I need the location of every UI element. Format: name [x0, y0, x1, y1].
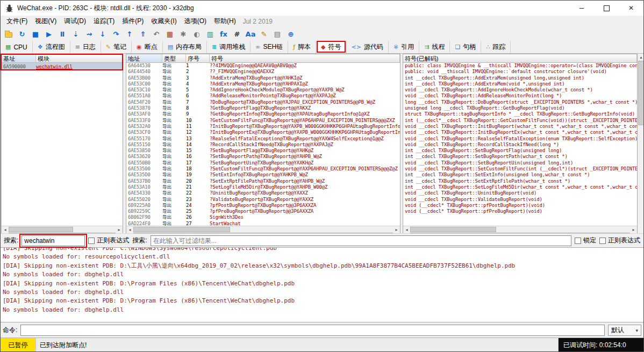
- table-row[interactable]: 6AE55170 导出 13 ?RealseSelfFatalException…: [126, 136, 400, 142]
- appearance-icon[interactable]: ◐: [190, 27, 203, 40]
- table-row[interactable]: 6B9225A0 导出 24 ?pfPostBugReport@TXBugRep…: [126, 203, 400, 209]
- scroll-right-icon[interactable]: [630, 226, 637, 233]
- tab-trace[interactable]: ∴ 跟踪: [481, 41, 511, 53]
- scroll-right-icon[interactable]: [116, 226, 123, 233]
- tab-handles[interactable]: ❏ 句柄: [450, 41, 481, 53]
- table-row[interactable]: 6AE533F0 导出 10 ?GetCustomFiltFunc@TXBugR…: [126, 118, 400, 124]
- scroll-left-icon[interactable]: [403, 226, 410, 233]
- preferences-icon[interactable]: ✱: [177, 27, 190, 40]
- minimize-button[interactable]: [569, 1, 594, 16]
- table-row[interactable]: 6AE537B0 导出 20 ?SetExtRptFilePath@TXBugR…: [126, 178, 400, 184]
- tab-source[interactable]: <> 源代码: [347, 41, 389, 53]
- table-row[interactable]: 6AE551A0 导出 6 ?AddReleaseMonitorPoint@TX…: [126, 93, 400, 99]
- table-row[interactable]: 6AE53850 导出 15 ?SetBugReportFlag@TXBugRe…: [126, 148, 400, 154]
- decoded-line[interactable]: int __cdecl TXBugReport::SetExtRptFilePa…: [403, 178, 637, 184]
- functions-icon[interactable]: fx: [217, 27, 230, 40]
- module-search-input[interactable]: [22, 235, 85, 246]
- animate-into-icon[interactable]: ⇣: [69, 27, 82, 40]
- decoded-line[interactable]: int __cdecl TXBugReport::SetBugReportPat…: [403, 154, 637, 160]
- tab-memory-map[interactable]: ▤ 内存布局: [163, 41, 207, 53]
- decoded-line[interactable]: void __cdecl TXBugReport::InitBugReport(…: [403, 124, 637, 130]
- decoded-line[interactable]: void (__cdecl* TXBugReport::pfPostBugRep…: [403, 203, 637, 209]
- decoded-line[interactable]: void __cdecl TXBugReport::AddIgnoreHookC…: [403, 87, 637, 93]
- table-row[interactable]: 6AE44540 导出 2 ??_FIMVQQEngine@@QAEXXZ: [126, 69, 400, 75]
- tab-seh[interactable]: ∞ SEH链: [251, 41, 288, 53]
- decoded-line[interactable]: public: class IMVQQEngine & __thiscall I…: [403, 63, 637, 69]
- decoded-horizontal-scrollbar[interactable]: [403, 226, 637, 233]
- decoded-line[interactable]: int __cdecl TXBugReport::SetExtInfo(unsi…: [403, 172, 637, 178]
- table-row[interactable]: 6AE54330 导出 22 ?UninitBugReport@TXBugRep…: [126, 190, 400, 196]
- table-row[interactable]: 6AE532A0 导出 11 ?InitBugReport@TXBugRepor…: [126, 124, 400, 130]
- command-input[interactable]: [20, 325, 605, 336]
- run-icon[interactable]: ▶: [42, 27, 55, 40]
- table-row[interactable]: 6AE55150 导出 14 ?RecordCallStackIfNeed@TX…: [126, 142, 400, 148]
- decoded-line[interactable]: int __cdecl TXBugReport::AddExtraMem(uns…: [403, 75, 637, 81]
- tab-breakpoints[interactable]: ◉ 断点: [132, 41, 163, 53]
- decoded-line[interactable]: public: void __thiscall IMVQQEngine::`de…: [403, 69, 637, 75]
- scroll-left-icon[interactable]: [2, 226, 9, 233]
- decoded-line[interactable]: unsigned long __cdecl TXBugReport::GetBu…: [403, 105, 637, 111]
- step-into-icon[interactable]: ↓: [96, 27, 109, 40]
- step-back-icon[interactable]: ↶: [150, 27, 163, 40]
- edit-patch-icon[interactable]: ✎: [257, 27, 270, 40]
- tab-cpu[interactable]: ▦ CPU: [1, 41, 33, 53]
- table-row[interactable]: 6A644530 导出 1 ??4IMVQQEngine@@QAEAAV0@AB…: [126, 63, 400, 69]
- lock-checkbox[interactable]: [575, 238, 581, 244]
- symbol-regex-checkbox[interactable]: [599, 238, 606, 244]
- decoded-vertical-scrollbar[interactable]: [638, 54, 644, 233]
- execute-till-return-icon[interactable]: ↑: [123, 27, 136, 40]
- scroll-left-icon[interactable]: [126, 226, 133, 233]
- table-row[interactable]: 6AE54F20 导出 7 ?DoBugReport@TXBugReport@@…: [126, 99, 400, 105]
- table-row[interactable]: 6AD224F0 导出 27 StartWachat: [126, 221, 400, 226]
- scrollbar-thumb[interactable]: [410, 227, 496, 232]
- decoded-line[interactable]: void __cdecl TXBugReport::RecordCallStac…: [403, 142, 637, 148]
- command-profile-dropdown[interactable]: 默认: [608, 325, 641, 336]
- decoded-line[interactable]: long __cdecl TXBugReport::DoBugReport(st…: [403, 99, 637, 105]
- scroll-up-icon[interactable]: [638, 54, 644, 61]
- pause-icon[interactable]: Ⅱ: [56, 27, 69, 40]
- decoded-line[interactable]: void __cdecl TXBugReport::SetCustomFiltF…: [403, 166, 637, 172]
- run-to-user-code-icon[interactable]: ⇑: [137, 27, 149, 40]
- menu-favourites[interactable]: 收藏夹(I): [147, 16, 180, 27]
- module-row[interactable]: 6A590000 wechatwin.dll: [2, 63, 123, 70]
- decoded-line[interactable]: int __cdecl TXBugReport::SetLogFileMd5Di…: [403, 184, 637, 190]
- decoded-line[interactable]: int __cdecl TXBugReport::AddExtraMem(voi…: [403, 81, 637, 87]
- table-row[interactable]: 6AE53AF0 导出 9 ?GetBugReportInfo@TXBugRep…: [126, 111, 400, 117]
- modules-horizontal-scrollbar[interactable]: [2, 226, 123, 233]
- menu-options[interactable]: 选项(O): [181, 16, 210, 27]
- table-row[interactable]: 6AE550B0 导出 17 ?SetBugReportUin@TXBugRep…: [126, 160, 400, 166]
- symbols-horizontal-scrollbar[interactable]: [126, 226, 400, 233]
- restart-icon[interactable]: ↻: [16, 27, 28, 40]
- decoded-line[interactable]: void __cdecl TXBugReport::ValidateBugRep…: [403, 197, 637, 203]
- log-output[interactable]: [DIA] Skipping non-existent PDB: C:\WIND…: [1, 247, 643, 322]
- decoded-line[interactable]: int (__cdecl*__cdecl TXBugReport::GetCus…: [403, 118, 637, 124]
- hash-label-icon[interactable]: #: [231, 27, 244, 40]
- table-row[interactable]: 6AE53C10 导出 5 ?AddIgnoreHookCheckModule@…: [126, 87, 400, 93]
- tab-graph[interactable]: ❖ 流程图: [33, 41, 70, 53]
- table-row[interactable]: 6AE53B00 导出 3 ?AddExtraMem@TXBugReport@@…: [126, 75, 400, 81]
- menu-file[interactable]: 文件(F): [3, 16, 31, 27]
- table-row[interactable]: 6B92259C 导出 25 ?pfPreBugReport@TXBugRepo…: [126, 209, 400, 214]
- decoded-line[interactable]: void __cdecl TXBugReport::RealseSelfFata…: [403, 136, 637, 142]
- module-regex-checkbox[interactable]: [88, 238, 95, 244]
- tab-call-stack[interactable]: ≣ 调用堆栈: [207, 41, 251, 53]
- decoded-line[interactable]: void __cdecl TXBugReport::SetBugReportUi…: [403, 160, 637, 166]
- scrollbar-thumb[interactable]: [638, 61, 644, 125]
- table-row[interactable]: 6B062F90 导出 26 SignWith3Des: [126, 214, 400, 220]
- stop-icon[interactable]: ■: [29, 27, 42, 40]
- cpu-chip-icon[interactable]: ▥: [204, 27, 217, 40]
- tab-symbols[interactable]: ◆ 符号: [316, 41, 346, 53]
- decoded-line[interactable]: void __cdecl TXBugReport::AddReleaseMoni…: [403, 93, 637, 99]
- decoded-line[interactable]: struct TXBugReport::tagBugReportInfo * _…: [403, 111, 637, 117]
- table-row[interactable]: 6AE53C00 导出 4 ?AddExtraMem@TXBugReport@@…: [126, 81, 400, 87]
- globe-icon[interactable]: ⊕: [284, 27, 297, 40]
- close-button[interactable]: [619, 1, 643, 16]
- patches-icon[interactable]: ▦: [163, 27, 176, 40]
- memory-layout-icon[interactable]: ▤: [271, 27, 284, 40]
- maximize-button[interactable]: [594, 1, 619, 16]
- table-row[interactable]: 6AE53A10 导出 21 ?SetLogFileMd5Dir@TXBugRe…: [126, 184, 400, 190]
- table-row[interactable]: 6AE53870 导出 8 ?GetBugReportFlag@TXBugRep…: [126, 105, 400, 111]
- menu-debug[interactable]: 调试(D): [60, 16, 90, 27]
- animate-over-icon[interactable]: ⇝: [83, 27, 96, 40]
- scrollbar-thumb[interactable]: [9, 227, 73, 232]
